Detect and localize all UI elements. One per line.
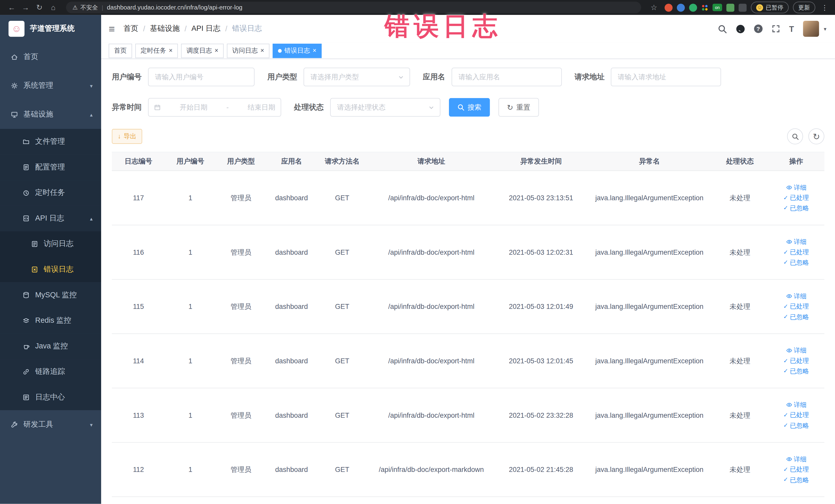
- extension-on-badge[interactable]: on: [713, 4, 722, 11]
- font-size-icon[interactable]: T: [789, 24, 794, 33]
- cell-exception: java.lang.IllegalArgumentException: [587, 465, 712, 473]
- sidebar-item-log-center[interactable]: 日志中心: [0, 385, 101, 410]
- fullscreen-icon[interactable]: [772, 24, 780, 33]
- mark-ignored-link[interactable]: ✓已忽略: [783, 313, 809, 321]
- cell-user-id: 1: [165, 302, 216, 310]
- search-icon[interactable]: [718, 24, 727, 33]
- extension-puzzle-icon[interactable]: [738, 3, 747, 11]
- tab-job-log[interactable]: 调度日志 ×: [181, 43, 224, 58]
- check-icon: ✓: [783, 205, 788, 211]
- paused-label: 已暂停: [766, 3, 783, 11]
- detail-link[interactable]: 详细: [786, 238, 807, 246]
- column-header: 请求方法名: [317, 157, 367, 166]
- breadcrumb-item[interactable]: API 日志: [191, 24, 221, 33]
- home-icon[interactable]: ⌂: [47, 2, 60, 13]
- user-type-select[interactable]: [304, 67, 410, 86]
- detail-link[interactable]: 详细: [786, 456, 807, 463]
- detail-link[interactable]: 详细: [786, 347, 807, 354]
- refresh-table-button[interactable]: ↻: [808, 128, 824, 144]
- cell-actions: 详细 ✓已处理 ✓已忽略: [768, 293, 824, 321]
- user-id-label: 用户编号: [112, 72, 142, 82]
- close-icon[interactable]: ×: [169, 47, 173, 54]
- mark-processed-link[interactable]: ✓已处理: [783, 248, 809, 256]
- tab-error-log[interactable]: 错误日志 ×: [272, 43, 322, 58]
- detail-link[interactable]: 详细: [786, 293, 807, 300]
- security-chip[interactable]: ⚠ 不安全: [73, 3, 98, 11]
- user-avatar[interactable]: [803, 21, 819, 37]
- mark-processed-link[interactable]: ✓已处理: [783, 194, 809, 202]
- sidebar-item-mysql[interactable]: MySQL 监控: [0, 282, 101, 308]
- extensions-grid-icon[interactable]: [701, 4, 708, 11]
- request-url-input[interactable]: [611, 67, 721, 86]
- sidebar-item-dev-tools[interactable]: 研发工具 ▾: [0, 410, 101, 439]
- hamburger-icon[interactable]: ≡: [108, 23, 115, 35]
- sidebar-menu: 首页 系统管理 ▾ 基础设施 ▴ 文件管理: [0, 43, 101, 504]
- mark-ignored-link[interactable]: ✓已忽略: [783, 204, 809, 212]
- cell-method: GET: [317, 194, 367, 202]
- app-name-input[interactable]: [451, 67, 562, 86]
- sidebar-item-config[interactable]: 配置管理: [0, 155, 101, 180]
- sidebar-item-file[interactable]: 文件管理: [0, 129, 101, 155]
- browser-menu-icon[interactable]: ⋮: [820, 3, 830, 11]
- github-icon[interactable]: [736, 24, 745, 33]
- sidebar-item-trace[interactable]: 链路追踪: [0, 359, 101, 385]
- detail-link[interactable]: 详细: [786, 184, 807, 191]
- sidebar-item-job[interactable]: 定时任务: [0, 180, 101, 206]
- coffee-icon: [22, 343, 30, 350]
- browser-toolbar: ← → ↻ ⌂ ⚠ 不安全 | dashboard.yudao.iocoder.…: [0, 0, 835, 15]
- update-button[interactable]: 更新: [793, 2, 815, 13]
- sidebar-item-api-log[interactable]: API 日志 ▴: [0, 206, 101, 231]
- mark-processed-link[interactable]: ✓已处理: [783, 466, 809, 473]
- close-icon[interactable]: ×: [313, 47, 317, 54]
- mark-processed-link[interactable]: ✓已处理: [783, 411, 809, 419]
- logo-face-icon: ☺: [12, 23, 21, 35]
- breadcrumb-item[interactable]: 首页: [123, 24, 138, 33]
- sidebar-item-access-log[interactable]: 访问日志: [0, 231, 101, 257]
- app-logo[interactable]: ☺ 芋道管理系统: [0, 15, 101, 43]
- user-id-input[interactable]: [148, 67, 254, 86]
- profile-paused-button[interactable]: ☺ 已暂停: [751, 2, 789, 13]
- tab-home[interactable]: 首页: [108, 43, 132, 58]
- mark-processed-link[interactable]: ✓已处理: [783, 303, 809, 310]
- check-icon: ✓: [783, 303, 788, 310]
- reload-icon[interactable]: ↻: [33, 2, 46, 13]
- help-icon[interactable]: ?: [754, 24, 762, 33]
- sidebar-item-java[interactable]: Java 监控: [0, 334, 101, 359]
- process-status-select[interactable]: [330, 98, 440, 117]
- back-icon[interactable]: ←: [5, 2, 18, 13]
- mark-ignored-link[interactable]: ✓已忽略: [783, 476, 809, 484]
- sidebar-item-label: 链路追踪: [35, 367, 93, 377]
- date-range-picker[interactable]: 开始日期 - 结束日期: [148, 98, 281, 117]
- tab-job[interactable]: 定时任务 ×: [135, 43, 178, 58]
- bookmark-star-icon[interactable]: ☆: [648, 2, 660, 13]
- extension-icon[interactable]: [727, 3, 734, 11]
- search-button[interactable]: 搜索: [449, 98, 490, 117]
- tab-access-log[interactable]: 访问日志 ×: [227, 43, 269, 58]
- check-icon: ✓: [783, 249, 788, 256]
- cell-time: 2021-05-03 12:01:45: [495, 357, 587, 365]
- reset-button[interactable]: ↻ 重置: [498, 98, 539, 117]
- toggle-search-button[interactable]: [787, 128, 803, 144]
- extension-icon[interactable]: [689, 3, 697, 11]
- security-label: 不安全: [80, 3, 98, 11]
- mark-processed-link[interactable]: ✓已处理: [783, 357, 809, 365]
- extension-icon[interactable]: [665, 3, 673, 11]
- close-icon[interactable]: ×: [261, 47, 264, 54]
- mark-ignored-link[interactable]: ✓已忽略: [783, 367, 809, 375]
- avatar-caret-icon[interactable]: ▾: [824, 26, 826, 32]
- sidebar-item-error-log[interactable]: 错误日志: [0, 257, 101, 282]
- sidebar-item-label: 首页: [23, 52, 93, 62]
- mark-ignored-link[interactable]: ✓已忽略: [783, 259, 809, 266]
- breadcrumb-item[interactable]: 基础设施: [150, 24, 180, 33]
- forward-icon[interactable]: →: [19, 2, 32, 13]
- detail-link[interactable]: 详细: [786, 401, 807, 409]
- export-button[interactable]: ↓ 导出: [112, 129, 142, 144]
- sidebar-item-redis[interactable]: Redis 监控: [0, 308, 101, 334]
- sidebar-item-infra[interactable]: 基础设施 ▴: [0, 100, 101, 129]
- mark-ignored-link[interactable]: ✓已忽略: [783, 422, 809, 429]
- sidebar-item-home[interactable]: 首页: [0, 43, 101, 72]
- close-icon[interactable]: ×: [215, 47, 219, 54]
- address-bar[interactable]: ⚠ 不安全 | dashboard.yudao.iocoder.cn/infra…: [66, 2, 641, 13]
- extension-icon[interactable]: [677, 3, 685, 11]
- sidebar-item-system[interactable]: 系统管理 ▾: [0, 72, 101, 100]
